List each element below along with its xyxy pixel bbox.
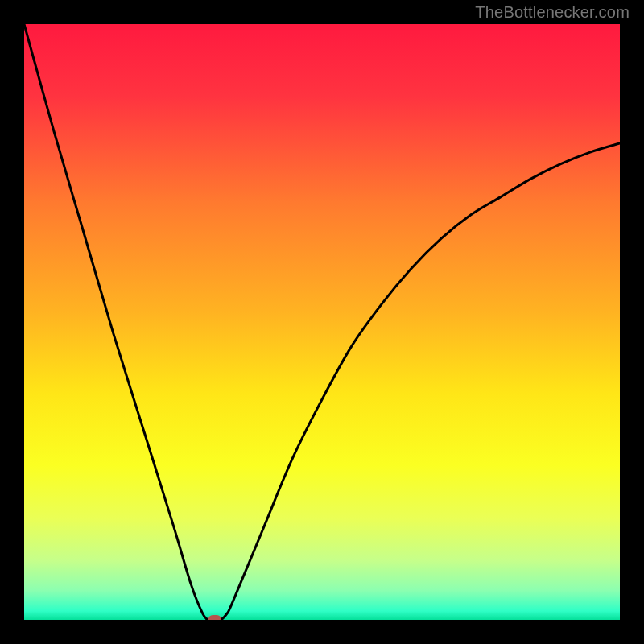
attribution-text: TheBottlenecker.com (475, 3, 630, 22)
chart-svg (24, 24, 620, 620)
chart-frame: TheBottlenecker.com (0, 0, 644, 644)
plot-area (24, 24, 620, 620)
svg-rect-0 (24, 24, 620, 620)
